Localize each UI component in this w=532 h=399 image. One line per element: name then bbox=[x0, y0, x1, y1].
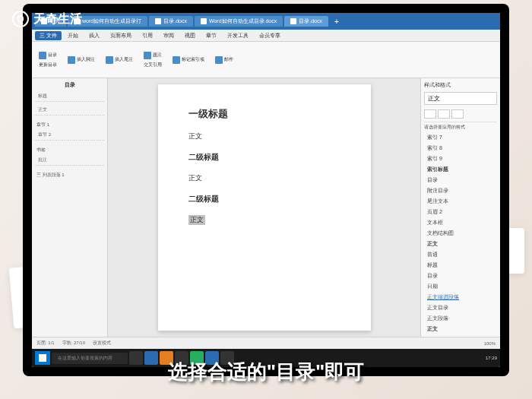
start-button[interactable] bbox=[35, 351, 50, 365]
tab-4[interactable]: 目录.docx bbox=[284, 16, 328, 27]
menu-item[interactable]: 页面布局 bbox=[106, 31, 136, 40]
zoom-level[interactable]: 100% bbox=[484, 341, 496, 346]
mail-button[interactable]: 邮件 bbox=[213, 55, 236, 65]
style-item[interactable]: 正文目录 bbox=[424, 302, 497, 313]
doc-icon bbox=[155, 18, 161, 24]
page-indicator[interactable]: 页面: 1/1 bbox=[36, 340, 55, 347]
footnote-button[interactable]: 插入脚注 bbox=[65, 55, 97, 65]
heading-1[interactable]: 一级标题 bbox=[188, 107, 340, 121]
menu-item[interactable]: 审阅 bbox=[159, 31, 179, 40]
tray-time: 17:29 bbox=[486, 356, 497, 360]
ribbon-group: 插入尾注 bbox=[103, 55, 135, 65]
body-text[interactable]: 正文 bbox=[188, 215, 340, 225]
document-page[interactable]: 一级标题 正文 二级标题 正文 二级标题 正文 bbox=[158, 84, 371, 331]
endnote-icon bbox=[106, 56, 113, 64]
index-icon bbox=[173, 56, 180, 64]
ribbon-group: 目录 更新目录 bbox=[36, 51, 59, 69]
style-item[interactable]: 文本框 bbox=[424, 217, 497, 228]
style-box[interactable] bbox=[438, 109, 450, 119]
style-item[interactable]: 日期 bbox=[424, 281, 497, 292]
word-count[interactable]: 字数: 27/10 bbox=[62, 340, 85, 347]
main-area: 目录 标题 正文 章节 1 章节 2 书签 批注 三 列表段落 1 一级标题 正… bbox=[32, 78, 500, 337]
menu-item[interactable]: 视图 bbox=[180, 31, 200, 40]
ribbon-group: 标记索引项 bbox=[170, 55, 207, 65]
watermark-text: 天奇生活 bbox=[33, 11, 82, 27]
nav-item[interactable]: 章节 2 bbox=[35, 130, 104, 141]
menu-item[interactable]: 引用 bbox=[138, 31, 157, 40]
task-icon[interactable] bbox=[144, 351, 158, 365]
menu-item[interactable]: 开发工具 bbox=[223, 31, 253, 40]
task-icon[interactable] bbox=[129, 351, 143, 365]
toc-button[interactable]: 目录 bbox=[36, 51, 59, 60]
watermark: Q 天奇生活 bbox=[12, 11, 82, 27]
ribbon: 目录 更新目录 插入脚注 插入尾注 题注 交叉引用 标记索引项 邮件 bbox=[32, 42, 500, 78]
doc-icon bbox=[201, 18, 207, 24]
nav-section[interactable]: 章节 1 bbox=[35, 120, 104, 130]
endnote-button[interactable]: 插入尾注 bbox=[103, 55, 135, 65]
taskbar-search[interactable]: 在这里输入你要搜索的内容 bbox=[52, 353, 128, 364]
nav-item[interactable]: 批注 bbox=[35, 155, 104, 166]
ribbon-group: 插入脚注 bbox=[65, 55, 97, 65]
style-item[interactable]: 目录 bbox=[424, 175, 497, 185]
document-area[interactable]: 一级标题 正文 二级标题 正文 二级标题 正文 bbox=[108, 78, 420, 337]
screen: 稻壳 word如何自动生成目录打 目录.docx Word如何自动生成目录.do… bbox=[32, 13, 500, 367]
style-item[interactable]: 标题 bbox=[424, 260, 497, 271]
menu-item[interactable]: 开始 bbox=[63, 31, 83, 40]
tab-bar: 稻壳 word如何自动生成目录打 目录.docx Word如何自动生成目录.do… bbox=[32, 13, 500, 30]
windows-icon bbox=[39, 354, 46, 362]
style-item[interactable]: 正文 bbox=[424, 324, 497, 334]
style-item[interactable]: 正文段落 bbox=[424, 313, 497, 324]
nav-item[interactable]: 正文 bbox=[35, 105, 104, 116]
style-item[interactable]: 索引 8 bbox=[424, 143, 497, 154]
body-text[interactable]: 正文 bbox=[188, 173, 340, 183]
style-box[interactable] bbox=[424, 109, 436, 119]
update-toc-button[interactable]: 更新目录 bbox=[36, 61, 59, 69]
style-item[interactable]: 正文缩进段落 bbox=[424, 292, 497, 302]
caption-button[interactable]: 题注 bbox=[141, 51, 164, 60]
nav-item[interactable]: 标题 bbox=[35, 91, 104, 102]
navigation-panel: 目录 标题 正文 章节 1 章节 2 书签 批注 三 列表段落 1 bbox=[32, 78, 108, 337]
status-bar: 页面: 1/1 字数: 27/10 设置模式 100% bbox=[32, 337, 500, 349]
mail-icon bbox=[215, 56, 223, 64]
style-item[interactable]: 文档结构图 bbox=[424, 228, 497, 239]
style-box[interactable] bbox=[451, 109, 464, 119]
heading-2[interactable]: 二级标题 bbox=[188, 152, 340, 163]
style-item[interactable]: 尾注文本 bbox=[424, 196, 497, 207]
caption-icon bbox=[144, 52, 151, 59]
nav-title: 目录 bbox=[35, 81, 104, 89]
current-style-select[interactable]: 正文 bbox=[424, 92, 497, 105]
tab-3[interactable]: Word如何自动生成目录.docx bbox=[195, 16, 283, 27]
toc-icon bbox=[39, 52, 46, 59]
heading-2[interactable]: 二级标题 bbox=[188, 194, 340, 204]
menu-item[interactable]: 章节 bbox=[201, 31, 221, 40]
style-item[interactable]: 页眉 2 bbox=[424, 207, 497, 217]
nav-footer[interactable]: 三 列表段落 1 bbox=[35, 170, 104, 180]
new-tab-button[interactable]: + bbox=[330, 17, 344, 26]
style-item[interactable]: 正文 bbox=[424, 239, 497, 249]
menu-item[interactable]: 会员专享 bbox=[255, 31, 285, 40]
menu-file[interactable]: 三 文件 bbox=[35, 31, 62, 40]
index-button[interactable]: 标记索引项 bbox=[170, 55, 207, 65]
crossref-button[interactable]: 交叉引用 bbox=[141, 61, 164, 69]
menu-bar: 三 文件 开始 插入 页面布局 引用 审阅 视图 章节 开发工具 会员专享 bbox=[32, 30, 500, 42]
style-item[interactable]: 目录 bbox=[424, 271, 497, 281]
menu-item[interactable]: 插入 bbox=[84, 31, 104, 40]
system-tray[interactable]: 17:29 bbox=[486, 356, 497, 360]
monitor-frame: 稻壳 word如何自动生成目录打 目录.docx Word如何自动生成目录.do… bbox=[23, 4, 509, 376]
style-item[interactable]: 索引标题 bbox=[424, 164, 497, 175]
nav-section[interactable]: 书签 bbox=[35, 145, 104, 155]
footnote-icon bbox=[68, 56, 75, 64]
tab-2[interactable]: 目录.docx bbox=[149, 16, 193, 27]
ribbon-group: 邮件 bbox=[213, 55, 236, 65]
selected-text[interactable]: 正文 bbox=[188, 215, 205, 225]
ribbon-group: 题注 交叉引用 bbox=[141, 51, 164, 69]
doc-icon bbox=[290, 18, 296, 24]
style-item[interactable]: 普通 bbox=[424, 249, 497, 260]
body-text[interactable]: 正文 bbox=[188, 131, 340, 141]
mode-indicator[interactable]: 设置模式 bbox=[93, 340, 111, 347]
styles-title: 样式和格式 bbox=[424, 81, 497, 89]
style-item[interactable]: 附注目录 bbox=[424, 185, 497, 196]
style-item[interactable]: 索引 7 bbox=[424, 132, 497, 143]
watermark-icon: Q bbox=[12, 11, 29, 27]
style-item[interactable]: 索引 9 bbox=[424, 154, 497, 164]
